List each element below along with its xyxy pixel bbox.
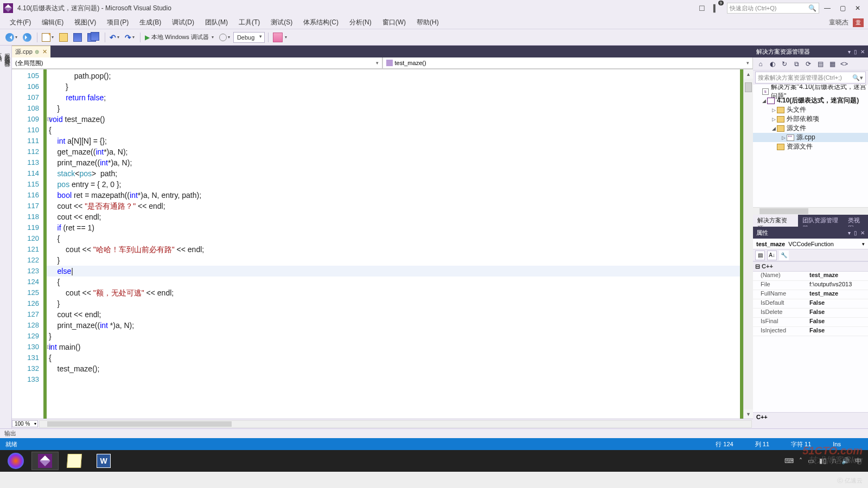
panel-close-icon[interactable]: ✕	[860, 49, 865, 55]
properties-grid[interactable]: ⊟ C++(Name)test_mazeFilef:\output\vs2013…	[753, 261, 868, 412]
file-tab-source-cpp[interactable]: 源.cpp ⊕ ✕	[12, 46, 50, 57]
tab-class-view[interactable]: 类视图	[844, 215, 868, 227]
code-content[interactable]: path.pop(); } return false; }⊟void test_…	[47, 69, 740, 419]
redo-button[interactable]: ↷▾	[123, 31, 137, 43]
start-debug-button[interactable]: ▶ 本地 Windows 调试器 ▾	[143, 31, 216, 43]
panel-pin-icon[interactable]: ▯	[854, 230, 857, 236]
property-pages-icon[interactable]: 🔧	[779, 251, 789, 260]
editor-tab-row: 源.cpp ⊕ ✕	[12, 46, 753, 57]
back-nav-icon[interactable]: ◐	[768, 60, 777, 68]
menu-architecture[interactable]: 体系结构(C)	[298, 16, 344, 29]
restore-button[interactable]: ▢	[835, 3, 850, 14]
left-tool-rail: 服务器资源管理器 工具箱	[0, 46, 12, 428]
zoom-combo[interactable]: 100 %	[12, 420, 38, 427]
config-combo[interactable]: Debug	[233, 32, 265, 43]
keyboard-icon[interactable]: ⌨	[784, 457, 794, 465]
volume-icon[interactable]: 🔊	[841, 457, 850, 465]
tab-solution-explorer[interactable]: 解决方案资源...	[753, 215, 798, 227]
output-panel-title[interactable]: 输出	[0, 428, 868, 438]
collapse-icon[interactable]: ▤	[816, 60, 825, 68]
scope-combo-right[interactable]: test_maze()▾	[382, 57, 754, 69]
window-title: 4.10(后缀表达式，迷宫问题) - Microsoft Visual Stud…	[17, 4, 171, 13]
server-explorer-tab[interactable]: 服务器资源管理器	[3, 49, 11, 423]
menu-test[interactable]: 测试(S)	[265, 16, 298, 29]
ime-icon[interactable]: 中	[855, 457, 861, 466]
taskbar-notepad[interactable]	[61, 452, 88, 470]
status-char: 字符 11	[791, 440, 811, 448]
scroll-up-icon[interactable]: ▲	[744, 69, 753, 79]
signed-in-user[interactable]: 童晓杰	[824, 16, 851, 29]
battery-icon[interactable]: ▮▯	[819, 457, 827, 465]
nav-back-button[interactable]: ▾	[3, 31, 20, 43]
menu-edit[interactable]: 编辑(E)	[36, 16, 69, 29]
chevron-up-icon[interactable]: ˄	[799, 457, 802, 465]
sync-icon[interactable]: ↻	[780, 60, 789, 68]
refresh-icon[interactable]: ⟳	[804, 60, 813, 68]
code-editor[interactable]: 1051061071081091101111121131141151161171…	[12, 69, 753, 419]
solution-search-input[interactable]: 搜索解决方案资源管理器(Ctrl+;) 🔍▾	[755, 72, 866, 84]
user-avatar[interactable]: 童	[853, 18, 864, 27]
new-project-button[interactable]: ▾	[40, 31, 56, 43]
panel-pin-icon[interactable]: ▯	[854, 49, 857, 55]
menu-view[interactable]: 视图(V)	[69, 16, 101, 29]
quick-launch-input[interactable]: 快速启动 (Ctrl+Q)🔍	[727, 3, 819, 14]
save-all-button[interactable]	[85, 31, 101, 43]
open-file-button[interactable]	[57, 31, 70, 43]
panel-dropdown-icon[interactable]: ▾	[848, 230, 851, 236]
tree-hscroll[interactable]	[753, 207, 868, 215]
menu-debug[interactable]: 调试(D)	[167, 16, 200, 29]
feedback-icon[interactable]: ☐	[697, 3, 707, 14]
editor-bottom-bar: 100 %	[12, 419, 753, 428]
menu-file[interactable]: 文件(F)	[4, 16, 36, 29]
solution-explorer-toolbar: ⌂ ◐ ↻ ⧉ ⟳ ▤ ▦ <>	[753, 57, 868, 70]
taskbar-word[interactable]: W	[90, 452, 117, 470]
save-button[interactable]	[71, 31, 84, 43]
solution-tree[interactable]: s解决方案"4.10(后缀表达式，迷宫问题" ◢4.10(后缀表达式，迷宫问题)…	[753, 85, 868, 207]
start-button[interactable]	[2, 452, 29, 470]
menu-tools[interactable]: 工具(T)	[233, 16, 265, 29]
network-icon[interactable]: ⎍	[832, 457, 836, 465]
minimize-button[interactable]: —	[820, 3, 834, 14]
debug-target-extras[interactable]: ▾	[217, 31, 232, 43]
taskbar-visual-studio[interactable]	[31, 452, 59, 470]
solution-icon: s	[762, 88, 769, 95]
home-icon[interactable]: ⌂	[756, 60, 765, 68]
panel-close-icon[interactable]: ✕	[860, 230, 865, 236]
panel-dropdown-icon[interactable]: ▾	[848, 49, 851, 55]
watermark-secondary: ⓒ 亿速云	[837, 477, 863, 485]
menu-build[interactable]: 生成(B)	[134, 16, 167, 29]
properties-object-combo[interactable]: test_maze VCCodeFunction ▾	[753, 239, 868, 249]
status-ins: Ins	[833, 441, 841, 447]
scope-combo-left[interactable]: (全局范围)▾	[12, 57, 382, 69]
tab-team-explorer[interactable]: 团队资源管理器	[798, 215, 844, 227]
close-button[interactable]: ✕	[851, 3, 865, 14]
status-ready: 就绪	[5, 440, 17, 448]
menu-analyze[interactable]: 分析(N)	[344, 16, 377, 29]
categorized-icon[interactable]: ▤	[755, 251, 765, 260]
menu-bar: 文件(F) 编辑(E) 视图(V) 项目(P) 生成(B) 调试(D) 团队(M…	[0, 16, 868, 29]
extension-button[interactable]: ▾	[271, 31, 289, 43]
pin-icon[interactable]: ⊕	[35, 49, 39, 55]
menu-team[interactable]: 团队(M)	[200, 16, 233, 29]
action-center-icon[interactable]: ▭	[808, 457, 814, 465]
notifications-icon[interactable]: ▍9	[711, 3, 722, 14]
close-tab-icon[interactable]: ✕	[42, 48, 47, 55]
undo-button[interactable]: ↶▾	[107, 31, 122, 43]
menu-help[interactable]: 帮助(H)	[411, 16, 444, 29]
system-tray[interactable]: ⌨ ˄ ▭ ▮▯ ⎍ 🔊 中	[784, 457, 866, 466]
vertical-scrollbar[interactable]: ▲ ▼	[743, 69, 753, 419]
scroll-down-icon[interactable]: ▼	[744, 409, 753, 419]
menu-project[interactable]: 项目(P)	[101, 16, 134, 29]
nav-forward-button[interactable]	[21, 31, 34, 43]
alphabetical-icon[interactable]: A↓	[767, 251, 777, 260]
horizontal-scrollbar[interactable]	[39, 420, 752, 428]
show-all-icon[interactable]: ⧉	[792, 60, 801, 68]
view-code-icon[interactable]: <>	[840, 60, 848, 68]
toolbox-tab[interactable]: 工具箱	[0, 49, 3, 423]
cpp-file-icon	[787, 134, 794, 141]
properties-icon[interactable]: ▦	[828, 60, 837, 68]
search-icon: 🔍▾	[852, 74, 863, 81]
scroll-thumb[interactable]	[745, 82, 752, 92]
menu-window[interactable]: 窗口(W)	[377, 16, 411, 29]
folder-icon	[777, 116, 784, 123]
